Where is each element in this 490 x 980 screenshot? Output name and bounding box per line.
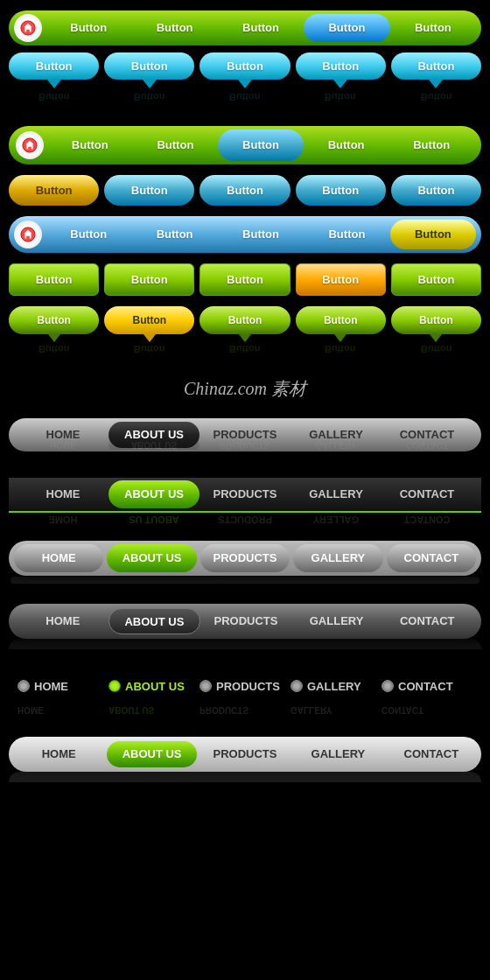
nav-section-2: HOME ABOUT US PRODUCTS GALLERY CONTACT H… [0,478,490,527]
nav-bar-darkgray-1: HOME ABOUT US PRODUCTS GALLERY CONTACT [9,604,481,639]
home-icon-btn-3[interactable] [14,220,42,248]
nav3-home[interactable]: HOME [14,544,103,572]
nav-section-1: HOME ABOUT US PRODUCTS GALLERY CONTACT H… [0,413,490,469]
nav2-contact[interactable]: CONTACT [382,480,472,508]
cyan-btn-4[interactable]: Button [296,52,386,80]
bar2-btn4[interactable]: Button [304,130,389,161]
nav-section-3: HOME ABOUT US PRODUCTS GALLERY CONTACT [0,536,490,590]
bubble-wrap-3: Button Button [200,52,290,102]
bar2-btn1[interactable]: Button [47,130,133,161]
cyan-btn-5[interactable]: Button [391,52,481,80]
nav2-about-active[interactable]: ABOUT US [108,480,200,508]
nav-section-4: HOME ABOUT US PRODUCTS GALLERY CONTACT [0,598,490,654]
green-pill-bar-1: Button Button Button Button Button [9,10,481,46]
nav6-products[interactable]: PRODUCTS [200,741,290,767]
nav2-reflection-row: HOME ABOUT US PRODUCTS GALLERY CONTACT [9,513,481,527]
home-icon-btn-2[interactable] [16,131,44,159]
bar2-btn2[interactable]: Button [133,130,219,161]
nav2-gallery[interactable]: GALLERY [290,480,382,508]
nav2-products[interactable]: PRODUCTS [200,480,290,508]
pill-cyan-3[interactable]: Button [296,175,386,206]
nav5-contact-item[interactable]: CONTACT [382,680,472,693]
nav6-reflection [9,772,481,782]
bar1-btn4-active[interactable]: Button [304,14,389,42]
nav6-contact[interactable]: CONTACT [387,741,476,767]
nav3-gallery[interactable]: GALLERY [293,544,382,572]
blue-btn-5-active[interactable]: Button [390,220,476,249]
nav5-reflect-products: PRODUCTS [200,706,290,716]
nav5-gallery-dot [290,680,303,692]
nav5-products-item[interactable]: PRODUCTS [200,680,290,693]
nav3-products[interactable]: PRODUCTS [200,544,290,572]
bar1-btn2[interactable]: Button [131,14,217,42]
oval-tail-1 [48,334,60,342]
bar2-btn3-active[interactable]: Button [218,130,304,161]
nav5-gallery-item[interactable]: GALLERY [290,680,382,693]
pill-cyan-4[interactable]: Button [391,175,481,206]
spacer5 [0,723,490,732]
bar1-btn1[interactable]: Button [46,14,131,42]
oval-reflect-2: Button [134,344,164,354]
oval-btn-1[interactable]: Button [9,306,99,334]
nav4-products[interactable]: PRODUCTS [200,608,291,634]
nav5-about-dot-active [108,680,121,692]
nav5-products-dot [200,680,212,692]
nav-bar-white-1: HOME ABOUT US PRODUCTS GALLERY CONTACT [9,737,481,772]
green-outline-2[interactable]: Button [104,263,194,296]
nav6-gallery[interactable]: GALLERY [293,741,382,767]
pill-yellow-1[interactable]: Button [9,175,99,206]
bar1-btn3[interactable]: Button [218,14,304,42]
oval-btn-2-yellow[interactable]: Button [104,306,194,334]
cyan-btn-3[interactable]: Button [200,52,290,80]
blue-btn-2[interactable]: Button [131,220,217,249]
oval-btn-5[interactable]: Button [391,306,481,334]
nav6-about-active[interactable]: ABOUT US [107,741,196,767]
oval-tail-5 [430,334,442,342]
oval-wrap-1: Button Button [9,306,99,354]
row1-green-bar-section: Button Button Button Button Button [0,0,490,49]
pill-cyan-1[interactable]: Button [104,175,194,206]
home-icon-btn[interactable] [14,14,42,42]
blue-btn-3[interactable]: Button [218,220,304,249]
nav4-gallery[interactable]: GALLERY [291,608,382,634]
nav-section-5: HOME ABOUT US PRODUCTS GALLERY CONTACT H… [0,663,490,723]
nav4-contact[interactable]: CONTACT [382,608,472,634]
nav3-reflection [9,576,481,584]
oval-btn-4[interactable]: Button [296,306,386,334]
nav1-reflection: HOME ABOUT US PRODUCTS GALLERY CONTACT [9,439,481,452]
nav3-reflect-bar [10,577,480,584]
green-outline-4-active[interactable]: Button [296,263,386,296]
nav4-home[interactable]: HOME [18,608,108,634]
nav5-about-item[interactable]: ABOUT US [108,680,200,693]
nav4-about-active[interactable]: ABOUT US [108,608,201,634]
cyan-btn-2[interactable]: Button [104,52,194,80]
blue-btn-1[interactable]: Button [46,220,131,249]
nav3-about-active[interactable]: ABOUT US [107,544,196,572]
green-outline-5[interactable]: Button [391,263,481,296]
oval-wrap-3: Button Button [200,306,290,354]
nav2-home[interactable]: HOME [18,480,108,508]
green-outline-3[interactable]: Button [200,263,290,296]
blue-pill-bar: Button Button Button Button Button [9,216,481,253]
bubble-wrap-4: Button Button [296,52,386,102]
nav6-home[interactable]: HOME [14,741,103,767]
nav5-about-label: ABOUT US [125,680,185,693]
spacer1 [0,469,490,478]
oval-btn-3[interactable]: Button [200,306,290,334]
bubble-reflect-2: Button [134,92,164,102]
nav3-contact[interactable]: CONTACT [387,544,476,572]
green-outline-1[interactable]: Button [9,263,99,296]
bar1-btn5[interactable]: Button [390,14,476,42]
nav4-reflection [9,639,481,649]
nav-section-6: HOME ABOUT US PRODUCTS GALLERY CONTACT [0,732,490,788]
row5-blue-bar-section: Button Button Button Button Button [0,209,490,256]
nav5-contact-label: CONTACT [398,680,453,693]
nav5-home-item[interactable]: HOME [18,680,108,693]
nav5-reflection-row: HOME ABOUT US PRODUCTS GALLERY CONTACT [9,704,481,718]
cyan-btn-1[interactable]: Button [9,52,99,80]
blue-btn-4[interactable]: Button [304,220,389,249]
pill-cyan-2[interactable]: Button [200,175,290,206]
oval-tail-4 [334,334,346,342]
bottom-spacer [0,788,490,805]
bar2-btn5[interactable]: Button [388,130,474,161]
